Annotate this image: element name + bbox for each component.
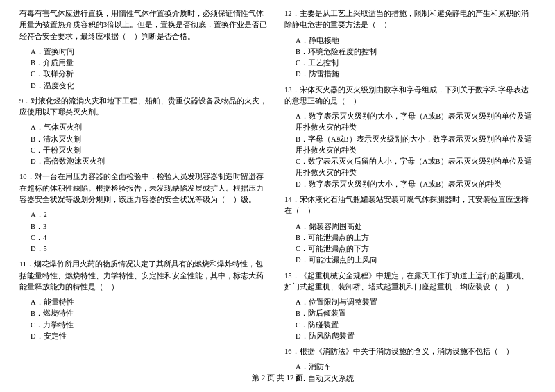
question-text: 16．根据《消防法》中关于消防设施的含义，消防设施不包括（ ） bbox=[284, 346, 536, 357]
question-11: 11．烟花爆竹所用火药的物质情况决定了其所具有的燃烧和爆炸特性，包括能量特性、燃… bbox=[19, 259, 271, 293]
question-text: 9．对液化烃的流淌火灾和地下工程、船舶、贵重仪器设备及物品的火灾，应使用以下哪类… bbox=[19, 96, 271, 119]
option: B．防后倾装置 bbox=[296, 308, 536, 319]
question-13: 13．宋体灭火器的灭火级别由数字和字母组成，下列关于数字和字母表达的意思正确的是… bbox=[284, 85, 536, 108]
question-15: 15．《起重机械安全规程》中规定，在露天工作于轨道上运行的起重机、如门式起重机、… bbox=[284, 271, 536, 293]
question-text: 11．烟花爆竹所用火药的物质情况决定了其所具有的燃烧和爆炸特性，包括能量特性、燃… bbox=[19, 259, 271, 293]
option: B．环境危险程度的控制 bbox=[296, 46, 536, 58]
option: D．高倍数泡沫灭火剂 bbox=[31, 156, 271, 167]
question-text: 15．《起重机械安全规程》中规定，在露天工作于轨道上运行的起重机、如门式起重机、… bbox=[284, 271, 536, 293]
option: D．防风防爬装置 bbox=[296, 331, 536, 342]
right-column: 12．主要是从工艺上采取适当的措施，限制和避免静电的产生和累积的消除静电危害的重… bbox=[284, 8, 536, 370]
option: D．5 bbox=[31, 244, 271, 255]
options-block: A．能量特性B．燃烧特性C．力学特性D．安定性 bbox=[19, 297, 271, 342]
option: A．置换时间 bbox=[31, 46, 271, 58]
option: B．燃烧特性 bbox=[31, 308, 271, 319]
question-16: 16．根据《消防法》中关于消防设施的含义，消防设施不包括（ ） bbox=[284, 346, 536, 357]
option: A．位置限制与调整装置 bbox=[296, 297, 536, 308]
question-10: 10．对一台在用压力容器的全面检验中，检验人员发现容器制造时留遗存在超标的体积性… bbox=[19, 171, 271, 205]
option: A．储装容周围高处 bbox=[296, 221, 536, 232]
options-block: A．储装容周围高处B．可能泄漏点的上方C．可能泄漏点的下方D．可能泄漏点的上风向 bbox=[284, 221, 536, 266]
page-container: 有毒有害气体应进行置换，用惰性气体作置换介质时，必须保证惰性气体用量为被置热介质… bbox=[0, 0, 555, 392]
question-intro: 有毒有害气体应进行置换，用惰性气体作置换介质时，必须保证惰性气体用量为被置热介质… bbox=[19, 8, 271, 42]
option: A．消防车 bbox=[296, 361, 536, 373]
left-column: 有毒有害气体应进行置换，用惰性气体作置换介质时，必须保证惰性气体用量为被置热介质… bbox=[19, 8, 271, 370]
option: C．防碰装置 bbox=[296, 320, 536, 331]
option: A．2 bbox=[31, 210, 271, 221]
question-text: 有毒有害气体应进行置换，用惰性气体作置换介质时，必须保证惰性气体用量为被置热介质… bbox=[19, 8, 271, 42]
option: B．介质用量 bbox=[31, 58, 271, 69]
question-text: 10．对一台在用压力容器的全面检验中，检验人员发现容器制造时留遗存在超标的体积性… bbox=[19, 171, 271, 205]
question-text: 13．宋体灭火器的灭火级别由数字和字母组成，下列关于数字和字母表达的意思正确的是… bbox=[284, 85, 536, 108]
option: A．数字表示灭火级别的大小，字母（A或B）表示灭火级别的单位及适用扑救火灾的种类 bbox=[296, 111, 536, 134]
options-block: A．气体灭火剂B．清水灭火剂C．干粉灭火剂D．高倍数泡沫灭火剂 bbox=[19, 122, 271, 167]
option: B．字母（A或B）表示灭火级别的大小，数字表示灭火级别的单位及适用扑救火灾的种类 bbox=[296, 134, 536, 157]
options-block: A．静电接地B．环境危险程度的控制C．工艺控制D．防雷措施 bbox=[284, 35, 536, 80]
option: C．工艺控制 bbox=[296, 58, 536, 69]
option: B．自动灭火系统 bbox=[296, 373, 536, 384]
question-text: 14．宋体液化石油气瓶罐装站安装可燃气体探测器时，其安装位置应选择在（ ） bbox=[284, 194, 536, 217]
content-wrapper: 有毒有害气体应进行置换，用惰性气体作置换介质时，必须保证惰性气体用量为被置热介质… bbox=[19, 8, 536, 370]
option: C．取样分析 bbox=[31, 69, 271, 80]
option: A．静电接地 bbox=[296, 35, 536, 46]
option: D．安定性 bbox=[31, 331, 271, 342]
option: C．可能泄漏点的下方 bbox=[296, 244, 536, 255]
options-block: A．2B．3C．4D．5 bbox=[19, 210, 271, 255]
option: C．力学特性 bbox=[31, 320, 271, 331]
option: B．清水灭火剂 bbox=[31, 134, 271, 145]
question-text: 12．主要是从工艺上采取适当的措施，限制和避免静电的产生和累积的消除静电危害的重… bbox=[284, 8, 536, 31]
option: D．可能泄漏点的上风向 bbox=[296, 255, 536, 266]
option: D．数字表示灭火级别的大小，字母（A或B）表示灭火的种类 bbox=[296, 179, 536, 190]
option: C．数字表示灭火后留的大小，字母（A或B）表示灭火级别的单位及适用扑救火灾的种类 bbox=[296, 156, 536, 179]
option: B．3 bbox=[31, 221, 271, 232]
option: A．能量特性 bbox=[31, 297, 271, 308]
options-block: A．位置限制与调整装置B．防后倾装置C．防碰装置D．防风防爬装置 bbox=[284, 297, 536, 342]
question-9: 9．对液化烃的流淌火灾和地下工程、船舶、贵重仪器设备及物品的火灾，应使用以下哪类… bbox=[19, 96, 271, 119]
question-12: 12．主要是从工艺上采取适当的措施，限制和避免静电的产生和累积的消除静电危害的重… bbox=[284, 8, 536, 31]
option: B．可能泄漏点的上方 bbox=[296, 232, 536, 244]
option: A．气体灭火剂 bbox=[31, 122, 271, 133]
option: D．温度变化 bbox=[31, 80, 271, 92]
option: C．4 bbox=[31, 232, 271, 244]
options-block: A．消防车B．自动灭火系统 bbox=[284, 361, 536, 384]
option: C．干粉灭火剂 bbox=[31, 145, 271, 156]
options-block: A．置换时间B．介质用量C．取样分析D．温度变化 bbox=[19, 46, 271, 92]
question-14: 14．宋体液化石油气瓶罐装站安装可燃气体探测器时，其安装位置应选择在（ ） bbox=[284, 194, 536, 217]
option: D．防雷措施 bbox=[296, 69, 536, 80]
options-block: A．数字表示灭火级别的大小，字母（A或B）表示灭火级别的单位及适用扑救火灾的种类… bbox=[284, 111, 536, 190]
